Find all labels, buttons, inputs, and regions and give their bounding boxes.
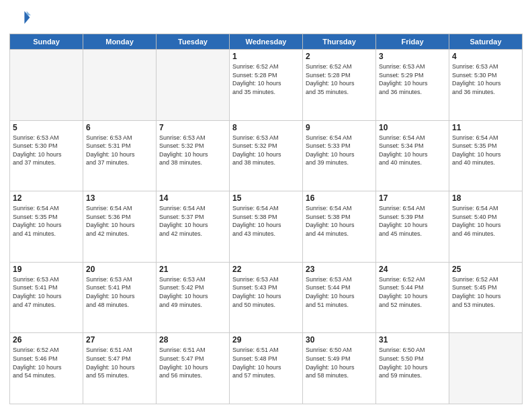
logo-icon (9, 7, 31, 28)
day-number: 2 (306, 52, 373, 61)
calendar-cell: 1Sunrise: 6:52 AM Sunset: 5:28 PM Daylig… (230, 50, 303, 121)
day-info: Sunrise: 6:52 AM Sunset: 5:45 PM Dayligh… (452, 275, 519, 309)
day-number: 22 (232, 265, 300, 274)
calendar-week-5: 26Sunrise: 6:52 AM Sunset: 5:46 PM Dayli… (10, 333, 523, 404)
calendar-header-tuesday: Tuesday (157, 34, 230, 50)
calendar-cell: 12Sunrise: 6:54 AM Sunset: 5:35 PM Dayli… (10, 191, 83, 263)
calendar-header-row: SundayMondayTuesdayWednesdayThursdayFrid… (10, 34, 523, 50)
page: SundayMondayTuesdayWednesdayThursdayFrid… (0, 0, 532, 411)
calendar-cell: 26Sunrise: 6:52 AM Sunset: 5:46 PM Dayli… (10, 333, 83, 404)
calendar-cell: 28Sunrise: 6:51 AM Sunset: 5:47 PM Dayli… (157, 333, 230, 404)
day-info: Sunrise: 6:54 AM Sunset: 5:37 PM Dayligh… (159, 204, 226, 238)
calendar-cell (157, 50, 230, 121)
day-number: 10 (379, 123, 446, 132)
day-number: 30 (306, 335, 373, 345)
calendar-table: SundayMondayTuesdayWednesdayThursdayFrid… (9, 34, 523, 404)
calendar-cell: 18Sunrise: 6:54 AM Sunset: 5:40 PM Dayli… (449, 191, 523, 263)
day-info: Sunrise: 6:53 AM Sunset: 5:30 PM Dayligh… (13, 134, 80, 167)
day-number: 27 (86, 335, 153, 345)
day-info: Sunrise: 6:51 AM Sunset: 5:48 PM Dayligh… (232, 346, 300, 379)
day-info: Sunrise: 6:54 AM Sunset: 5:36 PM Dayligh… (86, 204, 153, 238)
day-number: 24 (379, 265, 446, 274)
day-number: 23 (306, 265, 373, 274)
calendar-week-1: 1Sunrise: 6:52 AM Sunset: 5:28 PM Daylig… (10, 50, 523, 121)
day-number: 15 (232, 193, 300, 203)
calendar-cell: 22Sunrise: 6:53 AM Sunset: 5:43 PM Dayli… (230, 262, 303, 333)
calendar-cell: 8Sunrise: 6:53 AM Sunset: 5:32 PM Daylig… (230, 120, 303, 191)
day-number: 5 (13, 123, 80, 132)
day-info: Sunrise: 6:51 AM Sunset: 5:47 PM Dayligh… (86, 346, 153, 379)
calendar-cell: 15Sunrise: 6:54 AM Sunset: 5:38 PM Dayli… (230, 191, 303, 263)
calendar-week-3: 12Sunrise: 6:54 AM Sunset: 5:35 PM Dayli… (10, 191, 523, 263)
day-info: Sunrise: 6:54 AM Sunset: 5:40 PM Dayligh… (452, 204, 519, 238)
calendar-cell: 23Sunrise: 6:53 AM Sunset: 5:44 PM Dayli… (303, 262, 376, 333)
day-number: 28 (159, 335, 226, 345)
calendar-cell: 21Sunrise: 6:53 AM Sunset: 5:42 PM Dayli… (157, 262, 230, 333)
calendar-cell: 3Sunrise: 6:53 AM Sunset: 5:29 PM Daylig… (376, 50, 449, 121)
calendar-cell: 30Sunrise: 6:50 AM Sunset: 5:49 PM Dayli… (303, 333, 376, 404)
calendar-cell: 25Sunrise: 6:52 AM Sunset: 5:45 PM Dayli… (449, 262, 523, 333)
day-info: Sunrise: 6:53 AM Sunset: 5:32 PM Dayligh… (232, 134, 300, 167)
day-info: Sunrise: 6:53 AM Sunset: 5:43 PM Dayligh… (232, 275, 300, 309)
day-number: 21 (159, 265, 226, 274)
calendar-cell: 16Sunrise: 6:54 AM Sunset: 5:38 PM Dayli… (303, 191, 376, 263)
header (9, 7, 523, 28)
day-info: Sunrise: 6:53 AM Sunset: 5:42 PM Dayligh… (159, 275, 226, 309)
calendar-header-monday: Monday (83, 34, 157, 50)
day-number: 17 (379, 193, 446, 203)
day-number: 6 (86, 123, 153, 132)
day-info: Sunrise: 6:53 AM Sunset: 5:29 PM Dayligh… (379, 62, 446, 96)
day-info: Sunrise: 6:54 AM Sunset: 5:35 PM Dayligh… (452, 134, 519, 167)
day-number: 3 (379, 52, 446, 61)
calendar-cell: 27Sunrise: 6:51 AM Sunset: 5:47 PM Dayli… (83, 333, 157, 404)
calendar-cell: 9Sunrise: 6:54 AM Sunset: 5:33 PM Daylig… (303, 120, 376, 191)
day-number: 14 (159, 193, 226, 203)
calendar-cell: 31Sunrise: 6:50 AM Sunset: 5:50 PM Dayli… (376, 333, 449, 404)
day-number: 4 (452, 52, 519, 61)
calendar-cell: 10Sunrise: 6:54 AM Sunset: 5:34 PM Dayli… (376, 120, 449, 191)
day-info: Sunrise: 6:52 AM Sunset: 5:44 PM Dayligh… (379, 275, 446, 309)
calendar-cell: 2Sunrise: 6:52 AM Sunset: 5:28 PM Daylig… (303, 50, 376, 121)
calendar-cell: 20Sunrise: 6:53 AM Sunset: 5:41 PM Dayli… (83, 262, 157, 333)
day-number: 9 (306, 123, 373, 132)
day-info: Sunrise: 6:52 AM Sunset: 5:28 PM Dayligh… (232, 62, 300, 96)
logo (9, 7, 34, 28)
calendar-header-sunday: Sunday (10, 34, 83, 50)
day-number: 18 (452, 193, 519, 203)
day-info: Sunrise: 6:53 AM Sunset: 5:41 PM Dayligh… (13, 275, 80, 309)
calendar-cell: 6Sunrise: 6:53 AM Sunset: 5:31 PM Daylig… (83, 120, 157, 191)
calendar-header-thursday: Thursday (303, 34, 376, 50)
calendar-cell: 19Sunrise: 6:53 AM Sunset: 5:41 PM Dayli… (10, 262, 83, 333)
day-number: 16 (306, 193, 373, 203)
svg-marker-1 (27, 11, 31, 15)
day-number: 1 (232, 52, 300, 61)
calendar-header-wednesday: Wednesday (230, 34, 303, 50)
day-number: 13 (86, 193, 153, 203)
day-number: 19 (13, 265, 80, 274)
day-info: Sunrise: 6:53 AM Sunset: 5:32 PM Dayligh… (159, 134, 226, 167)
day-info: Sunrise: 6:53 AM Sunset: 5:30 PM Dayligh… (452, 62, 519, 96)
calendar-cell (449, 333, 523, 404)
day-info: Sunrise: 6:53 AM Sunset: 5:44 PM Dayligh… (306, 275, 373, 309)
day-info: Sunrise: 6:52 AM Sunset: 5:46 PM Dayligh… (13, 346, 80, 379)
day-number: 31 (379, 335, 446, 345)
day-number: 26 (13, 335, 80, 345)
calendar-cell: 11Sunrise: 6:54 AM Sunset: 5:35 PM Dayli… (449, 120, 523, 191)
day-number: 25 (452, 265, 519, 274)
day-number: 8 (232, 123, 300, 132)
calendar-week-2: 5Sunrise: 6:53 AM Sunset: 5:30 PM Daylig… (10, 120, 523, 191)
calendar-cell (10, 50, 83, 121)
calendar-cell (83, 50, 157, 121)
day-number: 12 (13, 193, 80, 203)
calendar-cell: 17Sunrise: 6:54 AM Sunset: 5:39 PM Dayli… (376, 191, 449, 263)
day-info: Sunrise: 6:54 AM Sunset: 5:33 PM Dayligh… (306, 134, 373, 167)
calendar-header-saturday: Saturday (449, 34, 523, 50)
day-info: Sunrise: 6:54 AM Sunset: 5:38 PM Dayligh… (306, 204, 373, 238)
calendar-cell: 5Sunrise: 6:53 AM Sunset: 5:30 PM Daylig… (10, 120, 83, 191)
day-info: Sunrise: 6:54 AM Sunset: 5:35 PM Dayligh… (13, 204, 80, 238)
day-info: Sunrise: 6:53 AM Sunset: 5:41 PM Dayligh… (86, 275, 153, 309)
day-info: Sunrise: 6:52 AM Sunset: 5:28 PM Dayligh… (306, 62, 373, 96)
day-info: Sunrise: 6:50 AM Sunset: 5:49 PM Dayligh… (306, 346, 373, 379)
day-info: Sunrise: 6:51 AM Sunset: 5:47 PM Dayligh… (159, 346, 226, 379)
calendar-header-friday: Friday (376, 34, 449, 50)
